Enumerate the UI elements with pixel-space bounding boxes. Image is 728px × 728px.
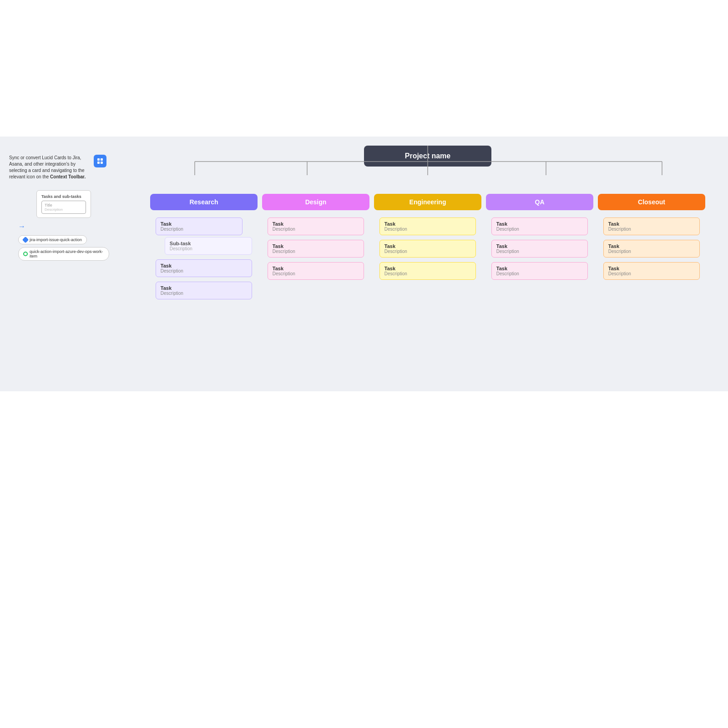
task-title: Task <box>273 221 359 227</box>
research-task-1-group: Task Description Sub-task Description <box>156 217 252 255</box>
tasks-subtasks-box: Tasks and sub-tasks Title Description <box>36 190 91 218</box>
engineering-header[interactable]: Engineering <box>374 194 481 210</box>
task-desc: Description <box>496 227 583 232</box>
task-desc: Description <box>608 271 695 276</box>
design-task-3[interactable]: Task Description <box>268 262 364 280</box>
task-title: Task <box>273 266 359 271</box>
design-header[interactable]: Design <box>262 194 369 210</box>
task-desc: Description <box>384 271 471 276</box>
engineering-task-1[interactable]: Task Description <box>379 217 476 235</box>
card-title-placeholder: Title <box>45 203 83 207</box>
research-task-2[interactable]: Task Description <box>156 259 252 277</box>
jira-icon <box>22 237 29 243</box>
subtask-title: Sub-task <box>170 241 247 246</box>
task-desc: Description <box>161 291 247 296</box>
task-title: Task <box>608 221 695 227</box>
card-desc-placeholder: Description <box>45 207 83 212</box>
task-title: Task <box>496 221 583 227</box>
closeout-task-1[interactable]: Task Description <box>603 217 700 235</box>
tasks-subtasks-inner: Title Description <box>41 201 86 214</box>
azure-btn-label: quick-action-import-azure-dev-ops-work-i… <box>30 249 104 258</box>
jira-btn-label: jira-import-issue-quick-action <box>30 238 82 242</box>
column-design: Design Task Description Task Description… <box>262 194 369 304</box>
task-desc: Description <box>496 271 583 276</box>
task-desc: Description <box>608 227 695 232</box>
closeout-task-3[interactable]: Task Description <box>603 262 700 280</box>
task-desc: Description <box>273 227 359 232</box>
task-title: Task <box>608 266 695 271</box>
svg-rect-2 <box>97 162 100 164</box>
research-header[interactable]: Research <box>150 194 258 210</box>
canvas-area: Sync or convert Lucid Cards to Jira, Asa… <box>0 136 728 391</box>
azure-integration-button[interactable]: quick-action-import-azure-dev-ops-work-i… <box>18 247 109 261</box>
task-title: Task <box>608 243 695 249</box>
task-title: Task <box>384 266 471 271</box>
research-task-3[interactable]: Task Description <box>156 282 252 299</box>
task-title: Task <box>384 243 471 249</box>
column-engineering: Engineering Task Description Task Descri… <box>374 194 481 304</box>
svg-rect-0 <box>97 158 100 161</box>
task-desc: Description <box>496 249 583 254</box>
task-desc: Description <box>273 249 359 254</box>
task-desc: Description <box>608 249 695 254</box>
tasks-subtasks-label: Tasks and sub-tasks <box>41 194 86 199</box>
task-title: Task <box>161 263 247 268</box>
project-root: Project name <box>146 146 710 167</box>
engineering-task-3[interactable]: Task Description <box>379 262 476 280</box>
qa-task-1[interactable]: Task Description <box>491 217 588 235</box>
task-desc: Description <box>384 249 471 254</box>
engineering-task-2[interactable]: Task Description <box>379 240 476 258</box>
column-closeout: Closeout Task Description Task Descripti… <box>598 194 705 304</box>
columns-row: Research Task Description Sub-task Descr… <box>146 194 710 304</box>
task-title: Task <box>273 243 359 249</box>
svg-rect-1 <box>101 158 103 161</box>
research-task-1[interactable]: Task Description <box>156 217 243 235</box>
top-band <box>0 0 728 136</box>
column-qa: QA Task Description Task Description Tas… <box>486 194 593 304</box>
task-desc: Description <box>161 227 238 232</box>
svg-rect-3 <box>101 162 103 164</box>
qa-task-2[interactable]: Task Description <box>491 240 588 258</box>
bottom-band <box>0 391 728 728</box>
task-title: Task <box>161 285 247 291</box>
task-title: Task <box>384 221 471 227</box>
design-task-1[interactable]: Task Description <box>268 217 364 235</box>
task-desc: Description <box>161 268 247 273</box>
closeout-header[interactable]: Closeout <box>598 194 705 210</box>
jira-integration-button[interactable]: jira-import-issue-quick-action <box>18 235 87 244</box>
qa-task-3[interactable]: Task Description <box>491 262 588 280</box>
task-desc: Description <box>384 227 471 232</box>
task-desc: Description <box>273 271 359 276</box>
task-title: Task <box>161 221 238 227</box>
project-root-box[interactable]: Project name <box>364 146 491 167</box>
qa-header[interactable]: QA <box>486 194 593 210</box>
research-subtask-1[interactable]: Sub-task Description <box>165 237 252 255</box>
annotation-text: Sync or convert Lucid Cards to Jira, Asa… <box>9 155 90 180</box>
design-task-2[interactable]: Task Description <box>268 240 364 258</box>
task-title: Task <box>496 266 583 271</box>
blue-icon-button[interactable] <box>94 155 106 167</box>
diagram-container: Project name <box>146 146 710 304</box>
page-wrapper: Sync or convert Lucid Cards to Jira, Asa… <box>0 0 728 728</box>
column-research: Research Task Description Sub-task Descr… <box>150 194 258 304</box>
azure-icon <box>23 252 28 256</box>
subtask-desc: Description <box>170 246 247 251</box>
arrow-icon: → <box>18 222 25 231</box>
closeout-task-2[interactable]: Task Description <box>603 240 700 258</box>
task-title: Task <box>496 243 583 249</box>
left-panel: Sync or convert Lucid Cards to Jira, Asa… <box>9 155 109 263</box>
